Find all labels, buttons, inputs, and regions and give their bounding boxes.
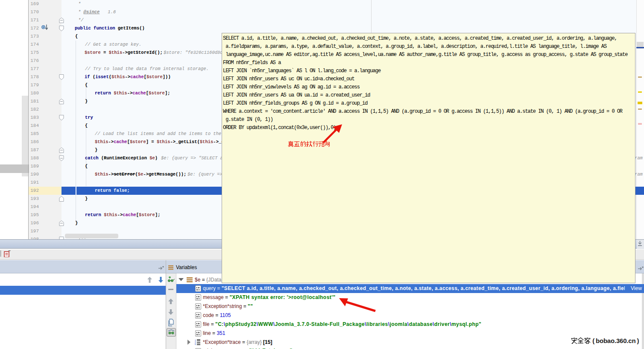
svg-text:5: 5 <box>195 343 196 346</box>
